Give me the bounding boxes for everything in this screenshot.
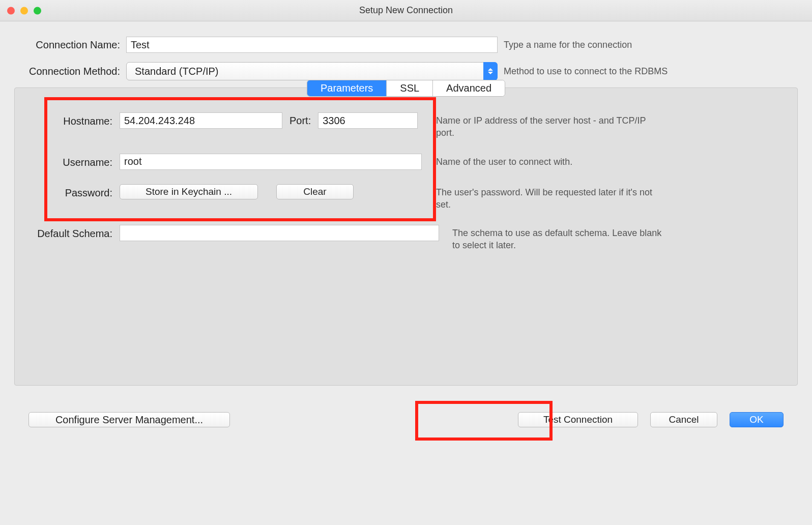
tab-advanced[interactable]: Advanced	[433, 80, 505, 96]
cancel-button[interactable]: Cancel	[650, 412, 717, 427]
port-input[interactable]	[318, 112, 418, 129]
connection-name-input[interactable]	[126, 37, 498, 53]
connection-name-hint: Type a name for the connection	[504, 39, 632, 51]
default-schema-label: Default Schema:	[9, 225, 112, 240]
tab-parameters[interactable]: Parameters	[307, 80, 387, 96]
traffic-lights	[7, 7, 41, 14]
titlebar: Setup New Connection	[0, 0, 812, 21]
password-label: Password:	[26, 184, 112, 199]
tab-ssl[interactable]: SSL	[387, 80, 433, 96]
connection-method-value: Standard (TCP/IP)	[135, 66, 219, 77]
ok-button[interactable]: OK	[730, 412, 784, 427]
connection-method-hint: Method to use to connect to the RDBMS	[504, 65, 668, 77]
username-input[interactable]	[120, 154, 422, 170]
zoom-icon[interactable]	[34, 7, 41, 14]
configure-server-management-button[interactable]: Configure Server Management...	[28, 412, 230, 427]
chevron-updown-icon	[483, 62, 498, 80]
clear-password-button[interactable]: Clear	[276, 184, 354, 199]
tabs-area: Parameters SSL Advanced Hostname: Port: …	[14, 88, 798, 386]
connection-name-label: Connection Name:	[14, 39, 120, 51]
default-schema-hint: The schema to use as default schema. Lea…	[452, 225, 671, 252]
password-hint: The user's password. Will be requested l…	[436, 184, 655, 211]
hostname-hint: Name or IP address of the server host - …	[436, 112, 655, 139]
username-label: Username:	[26, 154, 112, 168]
test-connection-button[interactable]: Test Connection	[518, 412, 638, 427]
connection-method-label: Connection Method:	[14, 66, 120, 77]
minimize-icon[interactable]	[20, 7, 28, 14]
tab-strip: Parameters SSL Advanced	[307, 80, 505, 97]
hostname-label: Hostname:	[26, 112, 112, 127]
hostname-input[interactable]	[120, 112, 282, 129]
username-hint: Name of the user to connect with.	[436, 154, 572, 168]
close-icon[interactable]	[7, 7, 15, 14]
default-schema-input[interactable]	[120, 225, 439, 241]
window-title: Setup New Connection	[359, 5, 453, 16]
store-in-keychain-button[interactable]: Store in Keychain ...	[120, 184, 258, 199]
port-label: Port:	[289, 115, 311, 127]
connection-method-select[interactable]: Standard (TCP/IP)	[126, 62, 498, 80]
